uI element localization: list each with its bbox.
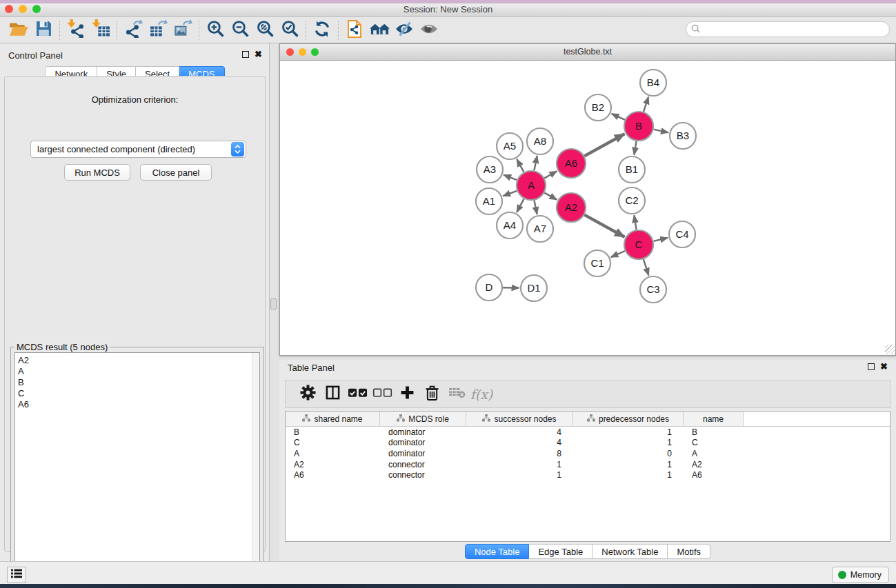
close-panel-icon[interactable]: ✖	[255, 51, 262, 58]
graph-node-B3[interactable]: B3	[670, 123, 696, 149]
graph-edge-A-A6[interactable]	[544, 171, 557, 178]
graph-edge-A-A1[interactable]	[503, 191, 517, 196]
close-panel-button[interactable]: Close panel	[140, 164, 212, 181]
zoom-selected-button[interactable]	[277, 19, 302, 41]
mcds-result-item[interactable]: A	[15, 366, 259, 377]
table-row[interactable]: Bdominator41B	[286, 427, 890, 438]
search-input[interactable]	[703, 25, 889, 34]
graph-edge-A6-B[interactable]	[584, 134, 624, 156]
graph-node-A8[interactable]: A8	[527, 128, 553, 154]
column-header-predecessor-nodes[interactable]: predecessor nodes	[573, 412, 684, 426]
zoom-in-button[interactable]	[203, 19, 228, 41]
export-network-button[interactable]	[121, 19, 146, 41]
graph-node-C3[interactable]: C3	[640, 276, 666, 303]
export-table-button[interactable]	[146, 19, 170, 41]
graph-edge-A-A8[interactable]	[534, 156, 537, 170]
mcds-result-list[interactable]: A2ABCA6	[14, 352, 260, 580]
add-column-button[interactable]	[395, 383, 419, 406]
memory-button[interactable]: Memory	[832, 567, 889, 583]
graph-node-A2[interactable]: A2	[557, 193, 586, 222]
column-header-successor-nodes[interactable]: successor nodes	[466, 412, 573, 426]
home-view-button[interactable]	[367, 19, 392, 41]
open-file-button[interactable]	[6, 19, 31, 41]
select-all-button[interactable]	[345, 383, 370, 406]
zoom-fit-button[interactable]	[252, 19, 277, 41]
minimize-traffic-light[interactable]	[19, 5, 27, 13]
graph-node-A6[interactable]: A6	[557, 149, 586, 178]
save-session-button[interactable]	[31, 19, 56, 41]
export-image-button[interactable]	[170, 19, 195, 41]
graph-edge-A-A7[interactable]	[534, 201, 537, 214]
graph-edge-A-A2[interactable]	[544, 193, 557, 200]
float-table-panel-icon[interactable]	[868, 363, 875, 370]
table-row[interactable]: A2connector11A2	[286, 459, 890, 470]
graph-node-A[interactable]: A	[517, 171, 546, 200]
graph-edge-A2-C[interactable]	[584, 215, 624, 237]
column-header-MCDS-role[interactable]: MCDS role	[380, 412, 466, 426]
zoom-out-button[interactable]	[228, 19, 252, 41]
tab-network-table[interactable]: Network Table	[593, 544, 668, 559]
network-close-traffic-light[interactable]	[286, 48, 294, 56]
search-field[interactable]	[686, 21, 890, 37]
mcds-result-item[interactable]: B	[15, 377, 259, 388]
graph-node-C[interactable]: C	[624, 230, 653, 259]
tab-edge-table[interactable]: Edge Table	[529, 544, 593, 559]
refresh-view-button[interactable]	[310, 19, 335, 41]
network-window-titlebar[interactable]: testGlobe.txt	[280, 44, 895, 61]
delete-column-button[interactable]	[419, 383, 444, 406]
graph-edge-C-C3[interactable]	[644, 259, 649, 276]
table-row[interactable]: Cdominator41C	[286, 438, 890, 449]
graph-edge-B-B3[interactable]	[653, 130, 668, 133]
graph-node-B1[interactable]: B1	[619, 156, 645, 183]
optimization-criterion-select[interactable]: largest connected component (directed)	[30, 141, 246, 158]
graph-node-B[interactable]: B	[624, 112, 653, 141]
column-layout-button[interactable]	[320, 383, 345, 406]
import-network-button[interactable]	[63, 19, 88, 41]
tab-motifs[interactable]: Motifs	[668, 544, 710, 559]
table-row[interactable]: Adominator80A	[286, 448, 890, 459]
mcds-result-scrollbar[interactable]	[252, 353, 259, 580]
graph-node-C4[interactable]: C4	[669, 221, 695, 247]
zoom-traffic-light[interactable]	[32, 5, 41, 13]
graph-node-A7[interactable]: A7	[527, 216, 553, 242]
graph-edge-B-B2[interactable]	[612, 114, 625, 120]
graph-edge-A-A3[interactable]	[504, 175, 517, 180]
network-minimize-traffic-light[interactable]	[299, 48, 306, 56]
graph-edge-B-B1[interactable]	[634, 141, 636, 155]
column-header-shared-name[interactable]: shared name	[286, 412, 380, 426]
import-table-button[interactable]	[88, 19, 113, 41]
float-panel-icon[interactable]	[242, 51, 249, 58]
deselect-all-button[interactable]	[370, 383, 395, 406]
graph-node-B4[interactable]: B4	[640, 70, 666, 96]
close-traffic-light[interactable]	[5, 5, 13, 13]
tab-node-table[interactable]: Node Table	[465, 544, 530, 559]
window-resize-grip[interactable]	[885, 345, 895, 354]
graph-node-A4[interactable]: A4	[497, 212, 523, 239]
graph-node-D[interactable]: D	[476, 274, 502, 301]
graph-edge-C-C4[interactable]	[653, 238, 668, 241]
run-mcds-button[interactable]: Run MCDS	[64, 164, 130, 181]
table-settings-button[interactable]	[295, 383, 320, 406]
table-row[interactable]: A6connector11A6	[286, 469, 890, 480]
panel-splitter-grip[interactable]	[270, 298, 277, 310]
graph-edge-B-B4[interactable]	[644, 97, 648, 112]
graph-node-B2[interactable]: B2	[585, 94, 611, 121]
graph-node-A5[interactable]: A5	[497, 133, 523, 159]
clone-network-button[interactable]	[342, 19, 367, 41]
graph-edge-A-A5[interactable]	[517, 159, 524, 172]
graph-node-C2[interactable]: C2	[619, 187, 645, 214]
graph-node-C1[interactable]: C1	[584, 250, 610, 276]
network-canvas[interactable]: B4B2BB3B1A5A8A6A3AA1A2A4A7C2CC4C1C3DD1	[280, 61, 895, 355]
mcds-result-item[interactable]: A2	[15, 355, 259, 366]
graph-edge-A-A4[interactable]	[517, 199, 524, 212]
network-zoom-traffic-light[interactable]	[311, 48, 319, 56]
column-header-name[interactable]: name	[684, 412, 744, 426]
close-table-panel-icon[interactable]: ✖	[880, 363, 888, 370]
graph-edge-C-C2[interactable]	[634, 215, 636, 230]
graph-edge-C-C1[interactable]	[611, 251, 625, 257]
mcds-result-item[interactable]: A6	[15, 399, 259, 410]
graph-node-A1[interactable]: A1	[476, 188, 502, 214]
mcds-result-item[interactable]: C	[15, 388, 259, 399]
graph-node-D1[interactable]: D1	[521, 275, 547, 301]
show-panels-button[interactable]	[417, 19, 441, 41]
